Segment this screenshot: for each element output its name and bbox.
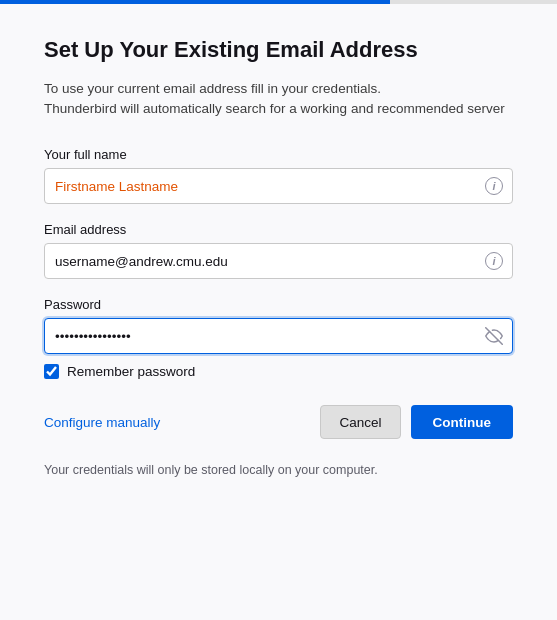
continue-button[interactable]: Continue xyxy=(411,405,514,439)
email-info-icon[interactable]: i xyxy=(485,252,503,270)
buttons-group: Cancel Continue xyxy=(320,405,513,439)
fullname-input-wrapper: i xyxy=(44,168,513,204)
password-toggle-icon[interactable] xyxy=(485,327,503,345)
page-description: To use your current email address fill i… xyxy=(44,79,513,120)
fullname-group: Your full name i xyxy=(44,147,513,204)
fullname-label: Your full name xyxy=(44,147,513,162)
fullname-info-icon[interactable]: i xyxy=(485,177,503,195)
email-label: Email address xyxy=(44,222,513,237)
password-group: Password Remember password xyxy=(44,297,513,379)
remember-password-checkbox[interactable] xyxy=(44,364,59,379)
password-input[interactable] xyxy=(44,318,513,354)
email-input-wrapper: i xyxy=(44,243,513,279)
password-label: Password xyxy=(44,297,513,312)
page-title: Set Up Your Existing Email Address xyxy=(44,36,513,65)
remember-password-label: Remember password xyxy=(67,364,195,379)
email-input[interactable] xyxy=(44,243,513,279)
fullname-input[interactable] xyxy=(44,168,513,204)
cancel-button[interactable]: Cancel xyxy=(320,405,400,439)
footer-note: Your credentials will only be stored loc… xyxy=(44,461,513,480)
email-group: Email address i xyxy=(44,222,513,279)
configure-manually-button[interactable]: Configure manually xyxy=(44,415,160,430)
actions-row: Configure manually Cancel Continue xyxy=(44,405,513,439)
remember-password-row: Remember password xyxy=(44,364,513,379)
password-input-wrapper xyxy=(44,318,513,354)
